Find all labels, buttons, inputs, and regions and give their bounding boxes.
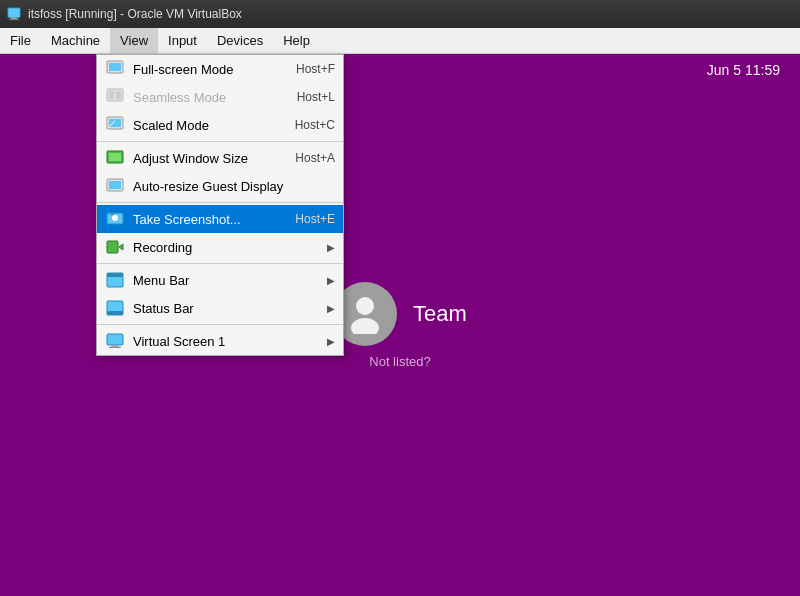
menubar-icon [105, 270, 125, 290]
screenshot-shortcut: Host+E [295, 212, 335, 226]
menu-help[interactable]: Help [273, 28, 320, 53]
menu-adjust[interactable]: Adjust Window Size Host+A [97, 144, 343, 172]
seamless-label: Seamless Mode [133, 90, 289, 105]
seamless-icon [105, 87, 125, 107]
svg-rect-0 [8, 8, 20, 18]
title-bar-icon [6, 6, 22, 22]
menu-devices[interactable]: Devices [207, 28, 273, 53]
recording-arrow: ▶ [327, 242, 335, 253]
svg-rect-26 [107, 334, 123, 345]
user-name: Team [413, 301, 467, 327]
menubar-label: Menu Bar [133, 273, 319, 288]
menu-fullscreen[interactable]: Full-screen Mode Host+F [97, 55, 343, 83]
svg-rect-27 [111, 345, 119, 347]
scaled-label: Scaled Mode [133, 118, 287, 133]
menu-statusbar[interactable]: Status Bar ▶ [97, 294, 343, 322]
menu-bar: File Machine View Input Devices Help [0, 28, 800, 54]
statusbar-arrow: ▶ [327, 303, 335, 314]
separator-4 [97, 324, 343, 325]
scaled-shortcut: Host+C [295, 118, 335, 132]
autoresize-icon [105, 176, 125, 196]
menu-machine[interactable]: Machine [41, 28, 110, 53]
menu-scaled[interactable]: Scaled Mode Host+C [97, 111, 343, 139]
autoresize-label: Auto-resize Guest Display [133, 179, 327, 194]
title-bar: itsfoss [Running] - Oracle VM VirtualBox [0, 0, 800, 28]
svg-point-4 [351, 318, 379, 334]
menubar-arrow: ▶ [327, 275, 335, 286]
menu-view[interactable]: View [110, 28, 158, 53]
adjust-shortcut: Host+A [295, 151, 335, 165]
scaled-icon [105, 115, 125, 135]
menu-menubar[interactable]: Menu Bar ▶ [97, 266, 343, 294]
svg-marker-21 [119, 244, 123, 250]
menu-virtualscreen[interactable]: Virtual Screen 1 ▶ [97, 327, 343, 355]
separator-2 [97, 202, 343, 203]
svg-rect-1 [11, 18, 18, 20]
svg-rect-9 [116, 91, 121, 99]
separator-1 [97, 141, 343, 142]
not-listed-link[interactable]: Not listed? [369, 354, 430, 369]
clock: Jun 5 11:59 [707, 62, 780, 78]
statusbar-label: Status Bar [133, 301, 319, 316]
svg-rect-14 [109, 153, 121, 161]
svg-rect-2 [9, 19, 20, 20]
menu-input[interactable]: Input [158, 28, 207, 53]
recording-icon [105, 237, 125, 257]
svg-rect-28 [109, 347, 121, 348]
menu-recording[interactable]: Recording ▶ [97, 233, 343, 261]
virtualscreen-label: Virtual Screen 1 [133, 334, 319, 349]
svg-rect-20 [107, 241, 118, 253]
screenshot-label: Take Screenshot... [133, 212, 287, 227]
view-dropdown: Full-screen Mode Host+F Seamless Mode Ho… [96, 54, 344, 356]
screenshot-icon [105, 209, 125, 229]
svg-point-18 [112, 215, 118, 221]
svg-point-3 [356, 297, 374, 315]
menu-screenshot[interactable]: Take Screenshot... Host+E [97, 205, 343, 233]
separator-3 [97, 263, 343, 264]
svg-rect-25 [107, 311, 123, 315]
menu-file[interactable]: File [0, 28, 41, 53]
menu-seamless: Seamless Mode Host+L [97, 83, 343, 111]
svg-rect-6 [109, 63, 121, 71]
title-bar-text: itsfoss [Running] - Oracle VM VirtualBox [28, 7, 794, 21]
fullscreen-label: Full-screen Mode [133, 62, 288, 77]
svg-rect-16 [109, 181, 121, 189]
virtualscreen-icon [105, 331, 125, 351]
fullscreen-icon [105, 59, 125, 79]
svg-rect-19 [110, 213, 114, 215]
virtualscreen-arrow: ▶ [327, 336, 335, 347]
svg-rect-8 [109, 91, 114, 99]
statusbar-icon [105, 298, 125, 318]
adjust-icon [105, 148, 125, 168]
seamless-shortcut: Host+L [297, 90, 335, 104]
svg-rect-23 [107, 273, 123, 277]
fullscreen-shortcut: Host+F [296, 62, 335, 76]
user-row: Team [333, 282, 467, 346]
adjust-label: Adjust Window Size [133, 151, 287, 166]
menu-autoresize[interactable]: Auto-resize Guest Display [97, 172, 343, 200]
login-widget: Team Not listed? [333, 282, 467, 369]
recording-label: Recording [133, 240, 319, 255]
